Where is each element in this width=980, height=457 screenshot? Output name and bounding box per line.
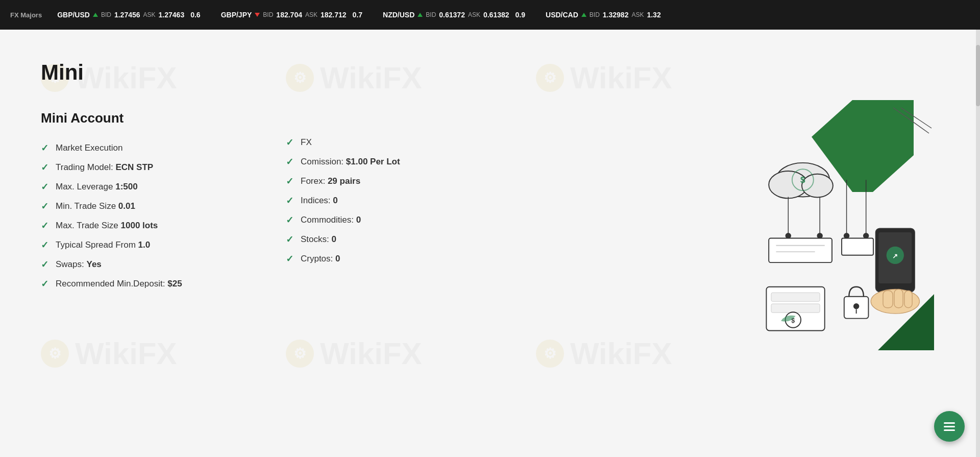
check-icon-left-7: ✓	[41, 278, 48, 290]
feature-right-label-4: Commodities: 0	[301, 215, 361, 225]
feature-right-label-2: Forex: 29 pairs	[301, 176, 360, 186]
check-icon-left-6: ✓	[41, 259, 48, 270]
ticker-ask-label-0: ASK	[143, 11, 156, 18]
feature-left-label-1: Trading Model: ECN STP	[56, 162, 153, 173]
chat-line-1	[944, 422, 955, 424]
ticker-ask-0: 1.27463	[159, 11, 185, 19]
trading-svg: $	[735, 141, 929, 345]
check-icon-left-1: ✓	[41, 162, 48, 173]
deco-lines	[883, 105, 934, 136]
feature-left-6: ✓ Swaps: Yes	[41, 259, 286, 270]
svg-point-33	[853, 303, 859, 309]
account-title: Mini Account	[41, 110, 286, 126]
check-icon-right-5: ✓	[286, 234, 293, 245]
ticker-bid-label-1: BID	[263, 11, 273, 18]
left-panel: Mini Account ✓ Market Execution ✓ Tradin…	[41, 110, 286, 355]
page-title: Mini	[41, 60, 939, 85]
feature-right-label-1: Comission: $1.00 Per Lot	[301, 157, 400, 167]
feature-right-label-5: Stocks: 0	[301, 234, 336, 245]
feature-right-0: ✓ FX	[286, 137, 500, 148]
ticker-bid-3: 1.32982	[603, 11, 629, 19]
ticker-ask-label-1: ASK	[305, 11, 317, 18]
ticker-arrow-up-2	[418, 13, 423, 17]
feature-left-4: ✓ Max. Trade Size 1000 lots	[41, 220, 286, 231]
ticker-item-1: GBP/JPY BID 182.704 ASK 182.712 0.7	[221, 11, 362, 19]
feature-left-0: ✓ Market Execution	[41, 142, 286, 154]
check-icon-left-2: ✓	[41, 181, 48, 193]
main-content: ⚙ WikiFX ⚙ WikiFX ⚙ WikiFX ⚙ WikiFX ⚙ Wi…	[0, 30, 980, 457]
ticker-pair-3: USD/CAD	[546, 11, 578, 19]
ticker-ask-label-3: ASK	[631, 11, 644, 18]
scrollbar-thumb[interactable]	[976, 45, 980, 106]
check-icon-left-4: ✓	[41, 220, 48, 231]
ticker-ask-3: 1.32	[647, 11, 660, 19]
feature-right-3: ✓ Indices: 0	[286, 195, 500, 206]
illustration-container: $	[725, 100, 939, 355]
check-icon-right-3: ✓	[286, 195, 293, 206]
check-icon-right-2: ✓	[286, 176, 293, 187]
feature-left-label-0: Market Execution	[56, 143, 122, 153]
svg-rect-29	[771, 304, 820, 312]
svg-line-0	[893, 108, 929, 133]
feature-left-label-4: Max. Trade Size 1000 lots	[56, 221, 158, 231]
feature-right-6: ✓ Cryptos: 0	[286, 253, 500, 264]
check-icon-right-0: ✓	[286, 137, 293, 148]
check-icon-right-6: ✓	[286, 253, 293, 264]
chat-line-3	[944, 429, 955, 431]
check-icon-left-5: ✓	[41, 239, 48, 251]
svg-text:↗: ↗	[892, 252, 898, 260]
ticker-bid-1: 182.704	[276, 11, 302, 19]
ticker-item-2: NZD/USD BID 0.61372 ASK 0.61382 0.9	[383, 11, 525, 19]
ticker-ask-1: 182.712	[321, 11, 347, 19]
ticker-arrow-up-0	[93, 13, 98, 17]
ticker-item-3: USD/CAD BID 1.32982 ASK 1.32	[546, 11, 661, 19]
svg-text:$: $	[800, 175, 805, 185]
svg-rect-25	[894, 289, 903, 307]
right-features: ✓ FX ✓ Comission: $1.00 Per Lot ✓ Forex:…	[286, 110, 500, 355]
ticker-pair-1: GBP/JPY	[221, 11, 252, 19]
ticker-bid-label-2: BID	[426, 11, 436, 18]
chat-button[interactable]	[934, 411, 965, 442]
feature-right-1: ✓ Comission: $1.00 Per Lot	[286, 156, 500, 167]
ticker-item-0: GBP/USD BID 1.27456 ASK 1.27463 0.6	[57, 11, 201, 19]
feature-right-2: ✓ Forex: 29 pairs	[286, 176, 500, 187]
feature-left-7: ✓ Recommended Min.Deposit: $25	[41, 278, 286, 290]
ticker-ask-label-2: ASK	[468, 11, 480, 18]
check-icon-right-1: ✓	[286, 156, 293, 167]
ticker-label: FX Majors	[10, 11, 42, 19]
ticker-bid-0: 1.27456	[114, 11, 140, 19]
svg-rect-15	[769, 238, 832, 262]
ticker-ask-2: 0.61382	[483, 11, 509, 19]
ticker-pair-0: GBP/USD	[57, 11, 90, 19]
ticker-spread-1: 0.7	[353, 11, 362, 19]
feature-left-label-2: Max. Leverage 1:500	[56, 182, 138, 192]
feature-right-label-0: FX	[301, 137, 312, 148]
feature-right-label-3: Indices: 0	[301, 196, 338, 206]
feature-left-label-6: Swaps: Yes	[56, 259, 102, 270]
feature-left-label-7: Recommended Min.Deposit: $25	[56, 279, 182, 289]
svg-rect-24	[883, 291, 893, 307]
ticker-bar: FX Majors GBP/USD BID 1.27456 ASK 1.2746…	[0, 0, 980, 30]
svg-rect-18	[842, 238, 873, 255]
ticker-arrow-down-1	[255, 13, 260, 17]
feature-right-4: ✓ Commodities: 0	[286, 214, 500, 226]
features-right-list: ✓ FX ✓ Comission: $1.00 Per Lot ✓ Forex:…	[286, 137, 500, 264]
feature-left-2: ✓ Max. Leverage 1:500	[41, 181, 286, 193]
feature-right-5: ✓ Stocks: 0	[286, 234, 500, 245]
ticker-spread-0: 0.6	[190, 11, 200, 19]
scrollbar-track[interactable]	[976, 30, 980, 457]
ticker-spread-2: 0.9	[516, 11, 525, 19]
chat-line-2	[944, 426, 955, 427]
svg-line-1	[901, 108, 932, 128]
svg-rect-28	[771, 293, 820, 301]
feature-right-label-6: Cryptos: 0	[301, 254, 340, 264]
check-icon-right-4: ✓	[286, 214, 293, 226]
ticker-bid-2: 0.61372	[439, 11, 465, 19]
feature-left-label-3: Min. Trade Size 0.01	[56, 201, 135, 211]
ticker-bid-label-0: BID	[101, 11, 111, 18]
check-icon-left-0: ✓	[41, 142, 48, 154]
ticker-pair-2: NZD/USD	[383, 11, 414, 19]
features-left-list: ✓ Market Execution ✓ Trading Model: ECN …	[41, 142, 286, 290]
ticker-arrow-up-3	[581, 13, 586, 17]
feature-left-5: ✓ Typical Spread From 1.0	[41, 239, 286, 251]
